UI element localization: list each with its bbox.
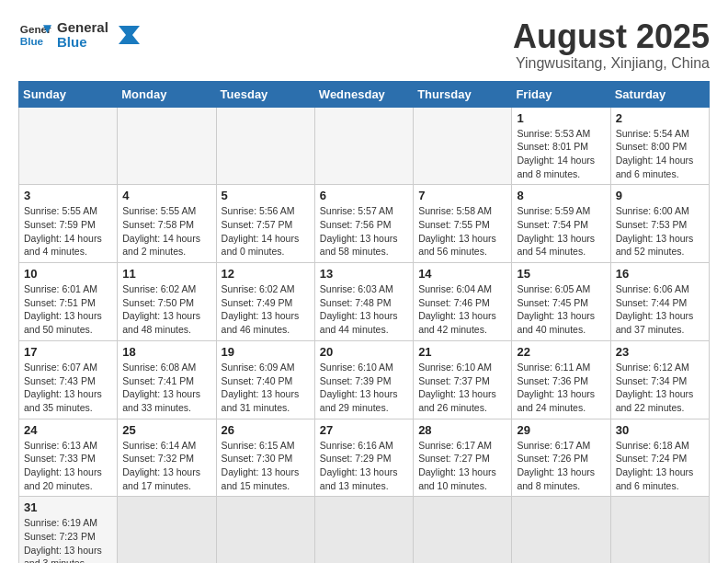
day-number: 21 [418,345,506,359]
calendar-day [19,107,118,185]
calendar-day: 27Sunrise: 6:16 AM Sunset: 7:29 PM Dayli… [314,419,413,497]
logo-blue: Blue [57,35,108,51]
logo: General Blue General Blue [18,18,142,52]
location: Yingwusitang, Xinjiang, China [513,55,710,72]
calendar-day: 17Sunrise: 6:07 AM Sunset: 7:43 PM Dayli… [19,340,118,419]
day-info: Sunrise: 6:07 AM Sunset: 7:43 PM Dayligh… [24,361,112,415]
calendar-day: 2Sunrise: 5:54 AM Sunset: 8:00 PM Daylig… [610,107,709,185]
day-info: Sunrise: 6:06 AM Sunset: 7:44 PM Dayligh… [616,282,704,337]
calendar-day: 11Sunrise: 6:02 AM Sunset: 7:50 PM Dayli… [118,263,216,341]
day-number: 31 [24,500,112,514]
day-number: 8 [517,189,605,202]
day-info: Sunrise: 6:12 AM Sunset: 7:34 PM Dayligh… [616,361,704,415]
calendar-table: SundayMondayTuesdayWednesdayThursdayFrid… [18,81,710,563]
day-info: Sunrise: 5:54 AM Sunset: 8:00 PM Dayligh… [616,127,704,181]
calendar-day [414,497,512,563]
calendar-day: 13Sunrise: 6:03 AM Sunset: 7:48 PM Dayli… [314,263,413,341]
calendar-day [118,107,216,185]
calendar-day: 12Sunrise: 6:02 AM Sunset: 7:49 PM Dayli… [216,263,314,341]
day-info: Sunrise: 6:05 AM Sunset: 7:45 PM Dayligh… [517,282,605,337]
svg-marker-3 [119,26,140,44]
calendar-day: 23Sunrise: 6:12 AM Sunset: 7:34 PM Dayli… [610,340,709,419]
day-info: Sunrise: 6:03 AM Sunset: 7:48 PM Dayligh… [320,282,408,337]
calendar-day: 31Sunrise: 6:19 AM Sunset: 7:23 PM Dayli… [19,497,118,563]
day-info: Sunrise: 6:14 AM Sunset: 7:32 PM Dayligh… [122,439,210,493]
day-header-thursday: Thursday [414,81,512,107]
calendar-day: 19Sunrise: 6:09 AM Sunset: 7:40 PM Dayli… [216,340,314,419]
day-info: Sunrise: 6:11 AM Sunset: 7:36 PM Dayligh… [517,361,605,415]
calendar-day: 5Sunrise: 5:56 AM Sunset: 7:57 PM Daylig… [216,185,314,263]
day-info: Sunrise: 5:56 AM Sunset: 7:57 PM Dayligh… [222,204,310,259]
logo-icon: General Blue [18,18,51,52]
day-number: 20 [320,345,408,359]
calendar-day: 15Sunrise: 6:05 AM Sunset: 7:45 PM Dayli… [512,263,610,341]
day-number: 13 [320,267,408,281]
day-header-saturday: Saturday [610,81,709,107]
day-info: Sunrise: 6:13 AM Sunset: 7:33 PM Dayligh… [24,439,112,493]
calendar-day [216,497,314,563]
day-number: 18 [122,345,210,359]
day-info: Sunrise: 5:55 AM Sunset: 7:58 PM Dayligh… [122,204,210,259]
calendar-day: 29Sunrise: 6:17 AM Sunset: 7:26 PM Dayli… [512,419,610,497]
day-info: Sunrise: 5:55 AM Sunset: 7:59 PM Dayligh… [24,204,112,259]
calendar-day: 16Sunrise: 6:06 AM Sunset: 7:44 PM Dayli… [610,263,709,341]
day-number: 6 [320,189,408,202]
calendar-day: 1Sunrise: 5:53 AM Sunset: 8:01 PM Daylig… [512,107,610,185]
day-info: Sunrise: 6:18 AM Sunset: 7:24 PM Dayligh… [616,439,704,493]
day-number: 7 [418,189,506,202]
calendar-day: 7Sunrise: 5:58 AM Sunset: 7:55 PM Daylig… [414,185,512,263]
day-info: Sunrise: 6:09 AM Sunset: 7:40 PM Dayligh… [222,361,310,415]
calendar-day: 10Sunrise: 6:01 AM Sunset: 7:51 PM Dayli… [19,263,118,341]
day-info: Sunrise: 5:58 AM Sunset: 7:55 PM Dayligh… [418,204,506,259]
day-number: 23 [616,345,704,359]
calendar-day: 24Sunrise: 6:13 AM Sunset: 7:33 PM Dayli… [19,419,118,497]
day-info: Sunrise: 6:15 AM Sunset: 7:30 PM Dayligh… [222,439,310,493]
day-number: 26 [222,423,310,437]
day-header-tuesday: Tuesday [216,81,314,107]
day-number: 10 [24,267,112,281]
logo-flag-icon [114,21,142,49]
day-info: Sunrise: 5:59 AM Sunset: 7:54 PM Dayligh… [517,204,605,259]
day-number: 5 [222,189,310,202]
day-number: 11 [122,267,210,281]
day-info: Sunrise: 6:16 AM Sunset: 7:29 PM Dayligh… [320,439,408,493]
day-number: 27 [320,423,408,437]
day-number: 3 [24,189,112,202]
day-header-friday: Friday [512,81,610,107]
day-number: 2 [616,111,704,125]
day-header-sunday: Sunday [19,81,118,107]
calendar-day [414,107,512,185]
calendar-week-6: 31Sunrise: 6:19 AM Sunset: 7:23 PM Dayli… [19,497,710,563]
day-header-monday: Monday [118,81,216,107]
calendar-day: 21Sunrise: 6:10 AM Sunset: 7:37 PM Dayli… [414,340,512,419]
day-info: Sunrise: 6:10 AM Sunset: 7:37 PM Dayligh… [418,361,506,415]
day-number: 12 [222,267,310,281]
calendar-week-2: 3Sunrise: 5:55 AM Sunset: 7:59 PM Daylig… [19,185,710,263]
calendar-day: 18Sunrise: 6:08 AM Sunset: 7:41 PM Dayli… [118,340,216,419]
calendar-week-5: 24Sunrise: 6:13 AM Sunset: 7:33 PM Dayli… [19,419,710,497]
day-info: Sunrise: 6:17 AM Sunset: 7:26 PM Dayligh… [517,439,605,493]
day-info: Sunrise: 6:19 AM Sunset: 7:23 PM Dayligh… [24,516,112,563]
logo-general: General [57,20,108,36]
calendar-day: 26Sunrise: 6:15 AM Sunset: 7:30 PM Dayli… [216,419,314,497]
calendar-day: 25Sunrise: 6:14 AM Sunset: 7:32 PM Dayli… [118,419,216,497]
calendar-day: 4Sunrise: 5:55 AM Sunset: 7:58 PM Daylig… [118,185,216,263]
day-number: 9 [616,189,704,202]
calendar-day: 3Sunrise: 5:55 AM Sunset: 7:59 PM Daylig… [19,185,118,263]
calendar-day: 22Sunrise: 6:11 AM Sunset: 7:36 PM Dayli… [512,340,610,419]
calendar-day [610,497,709,563]
month-title: August 2025 [513,18,710,55]
day-number: 19 [222,345,310,359]
calendar-day: 30Sunrise: 6:18 AM Sunset: 7:24 PM Dayli… [610,419,709,497]
calendar-day: 6Sunrise: 5:57 AM Sunset: 7:56 PM Daylig… [314,185,413,263]
day-info: Sunrise: 6:01 AM Sunset: 7:51 PM Dayligh… [24,282,112,337]
day-number: 16 [616,267,704,281]
calendar-day: 28Sunrise: 6:17 AM Sunset: 7:27 PM Dayli… [414,419,512,497]
day-number: 1 [517,111,605,125]
day-number: 17 [24,345,112,359]
day-number: 24 [24,423,112,437]
calendar-day: 8Sunrise: 5:59 AM Sunset: 7:54 PM Daylig… [512,185,610,263]
day-info: Sunrise: 6:02 AM Sunset: 7:50 PM Dayligh… [122,282,210,337]
day-info: Sunrise: 6:08 AM Sunset: 7:41 PM Dayligh… [122,361,210,415]
day-number: 25 [122,423,210,437]
